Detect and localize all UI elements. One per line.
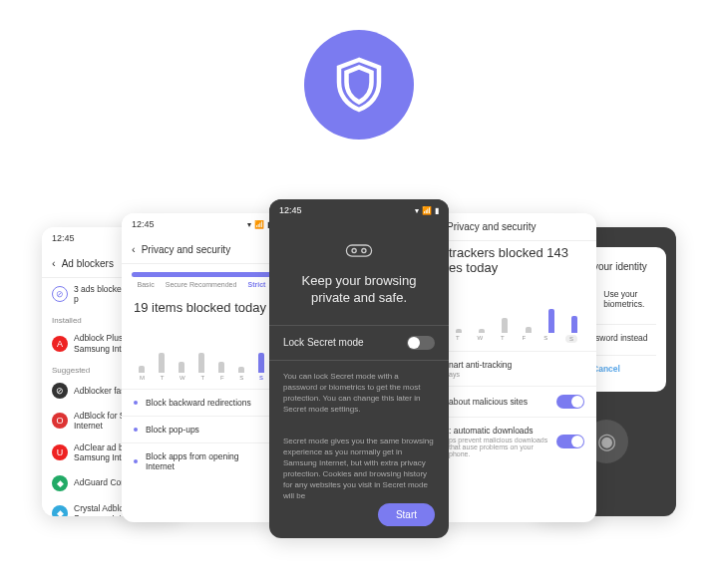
status-icons: ▾📶▮ — [247, 220, 271, 229]
status-time: 12:45 — [279, 205, 302, 215]
setting-auto-downloads[interactable]: : automatic downloadsps prevent maliciou… — [437, 417, 596, 465]
lock-label: Lock Secret mode — [283, 337, 364, 348]
svg-rect-0 — [346, 245, 371, 256]
block-icon: ⊘ — [52, 286, 68, 302]
header: Privacy and security — [437, 213, 596, 241]
mask-icon — [269, 221, 449, 273]
chart-labels: TWTFSS — [437, 333, 596, 351]
svg-point-2 — [362, 249, 366, 253]
block-setting[interactable]: Block apps from opening Internet — [122, 442, 281, 479]
app-icon: O — [52, 413, 68, 429]
chart-labels: MTWTFSS — [122, 373, 281, 389]
header-title: Ad blockers — [62, 258, 114, 269]
phone-trackers: Privacy and security trackers blocked 14… — [437, 213, 596, 522]
setting-anti-tracking[interactable]: nart anti-trackingays — [437, 351, 596, 386]
secret-title: Keep your browsing private and safe. — [269, 273, 449, 325]
app-icon: ◆ — [52, 505, 68, 516]
status-time: 12:45 — [132, 219, 155, 229]
status-icons: ▾📶▮ — [415, 206, 439, 215]
shield-badge — [304, 30, 414, 140]
app-icon: U — [52, 444, 68, 460]
toggle[interactable] — [556, 395, 584, 409]
trackers-chart — [437, 283, 596, 333]
start-button[interactable]: Start — [378, 503, 435, 526]
secret-desc-1: You can lock Secret mode with a password… — [269, 361, 449, 426]
header: ‹ Privacy and security — [122, 235, 281, 264]
header-title: Privacy and security — [447, 221, 536, 232]
phone-showcase: 12:45 ▾📶▮ ‹ Ad blockers ⊘ 3 ads blocked … — [0, 199, 718, 588]
shield-icon — [329, 55, 389, 115]
status-bar: 12:45 ▾📶▮ — [269, 199, 449, 221]
svg-point-1 — [352, 249, 356, 253]
slider-labels: Basic Secure Recommended Strict — [122, 281, 281, 296]
block-setting[interactable]: Block pop-ups — [122, 416, 281, 442]
trackers-title: trackers blocked 143 es today — [437, 241, 596, 283]
secret-desc-2: Secret mode gives you the same browsing … — [269, 426, 449, 512]
toggle[interactable] — [556, 435, 584, 448]
status-time: 12:45 — [52, 233, 75, 243]
app-icon: ⊘ — [52, 383, 68, 399]
app-icon: A — [52, 336, 68, 352]
privacy-slider[interactable] — [132, 272, 271, 277]
back-icon[interactable]: ‹ — [52, 257, 56, 269]
setting-malicious-sites[interactable]: about malicious sites — [437, 386, 596, 417]
app-icon: ◆ — [52, 475, 68, 491]
lock-secret-mode-row: Lock Secret mode — [269, 325, 449, 361]
phone-secret-mode: 12:45 ▾📶▮ Keep your browsing private and… — [269, 199, 449, 538]
block-setting[interactable]: Block backward redirections — [122, 389, 281, 416]
lock-toggle[interactable] — [407, 336, 435, 350]
blocked-chart — [122, 323, 281, 373]
status-bar: 12:45 ▾📶▮ — [122, 213, 281, 235]
blocked-title: 19 items blocked today — [122, 296, 281, 323]
back-icon[interactable]: ‹ — [132, 243, 136, 255]
phone-privacy-blocked: 12:45 ▾📶▮ ‹ Privacy and security Basic S… — [122, 213, 281, 522]
header-title: Privacy and security — [142, 244, 230, 255]
